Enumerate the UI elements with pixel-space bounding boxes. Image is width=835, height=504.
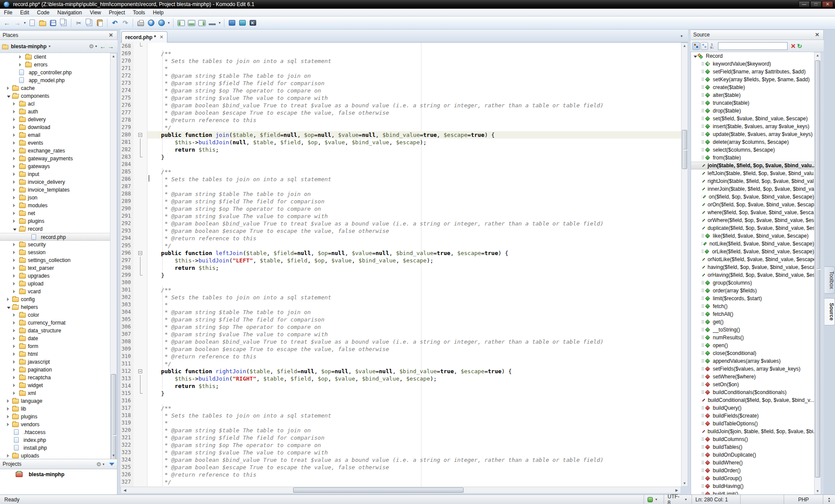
toggle-right-pane-icon[interactable]: [197, 18, 207, 28]
code-line-272[interactable]: 272 * @param string $table The table to …: [120, 72, 681, 80]
expand-icon[interactable]: [13, 384, 15, 387]
source-item-buildConditionals[interactable]: buildConditionals($conditionals): [691, 388, 814, 396]
source-item-buildJoin[interactable]: buildJoin($join, $table, $field, $op, $v…: [691, 428, 814, 435]
expand-icon[interactable]: [13, 321, 15, 325]
code-line-325[interactable]: 325 * @param boolean $escape True to esc…: [120, 464, 681, 471]
expand-icon[interactable]: [13, 290, 15, 293]
expand-icon[interactable]: [13, 368, 15, 371]
tree-item-widget[interactable]: widget: [0, 381, 117, 389]
tree-item-app_model-php[interactable]: app_model.php: [0, 76, 117, 84]
places-root-caret-icon[interactable]: ▾: [47, 44, 52, 48]
source-close-icon[interactable]: ✕: [814, 32, 821, 38]
tree-item-events[interactable]: events: [0, 139, 117, 147]
source-item-like[interactable]: like($field, $value, $bind_value, $escap…: [691, 232, 814, 240]
expand-icon[interactable]: [13, 219, 15, 223]
expand-icon[interactable]: [7, 423, 9, 426]
code-line-271[interactable]: 271 *: [120, 65, 681, 72]
source-item-rightJoin[interactable]: rightJoin($table, $field, $op, $value, $…: [691, 177, 814, 185]
print-icon[interactable]: [136, 18, 145, 28]
source-item-buildColumns[interactable]: buildColumns(): [691, 435, 814, 443]
collapse-icon[interactable]: [7, 96, 10, 98]
source-item-setOn[interactable]: setOn($on): [691, 381, 814, 388]
expand-icon[interactable]: [19, 63, 21, 66]
expand-icon[interactable]: [19, 55, 21, 59]
tree-item-vcard[interactable]: vcard: [0, 288, 117, 295]
expand-icon[interactable]: [7, 399, 9, 403]
places-gear-caret-icon[interactable]: ▾: [94, 44, 98, 48]
code-line-319[interactable]: 319 *: [120, 419, 681, 427]
source-item-setField[interactable]: setField($name, array $attributes, $add): [691, 68, 814, 76]
code-line-274[interactable]: 274 * @param string $op The operator to …: [120, 87, 681, 94]
source-item-get[interactable]: get(): [691, 318, 814, 326]
expand-icon[interactable]: [7, 454, 9, 458]
tree-item-helpers[interactable]: helpers: [0, 303, 117, 311]
tree-item-plugins[interactable]: plugins: [0, 217, 117, 225]
code-line-323[interactable]: 323 * @param string $value The value to …: [120, 449, 681, 456]
source-item-where[interactable]: where($field, $op, $value, $bind_value, …: [691, 209, 814, 216]
tree-item-email[interactable]: email: [0, 131, 117, 139]
expand-icon[interactable]: [13, 102, 15, 106]
tree-item-lib[interactable]: lib: [0, 405, 117, 413]
tree-item-auth[interactable]: auth: [0, 108, 117, 116]
side-tab-toolbox[interactable]: Toolbox: [825, 266, 835, 294]
code-line-310[interactable]: 310 * @return reference to this: [120, 353, 681, 360]
menu-view[interactable]: View: [86, 9, 105, 16]
tree-item-gateways[interactable]: gateways: [0, 162, 117, 170]
side-tab-source[interactable]: Source: [825, 298, 835, 325]
fold-margin[interactable]: [134, 249, 147, 257]
expand-icon[interactable]: [13, 204, 15, 207]
editor-vertical-scrollbar[interactable]: ▲ ▼: [681, 43, 688, 487]
places-file-tree[interactable]: clienterrorsapp_controller.phpapp_model.…: [0, 53, 117, 459]
code-line-313[interactable]: 313 $this->buildJoin("RIGHT", $table, $f…: [120, 375, 681, 382]
code-line-311[interactable]: 311 */: [120, 360, 681, 368]
tree-item-acl[interactable]: acl: [0, 100, 117, 108]
tree-item-javascript[interactable]: javascript: [0, 358, 117, 366]
language-cell[interactable]: PHP: [784, 495, 823, 504]
copy-icon[interactable]: [84, 18, 94, 28]
source-item-join[interactable]: join($table, $field, $op, $value, $bind_…: [691, 162, 814, 169]
history-caret-icon[interactable]: ▾: [23, 21, 27, 25]
collapse-icon[interactable]: [694, 56, 697, 58]
source-item-close[interactable]: close($conditional): [691, 349, 814, 357]
code-line-270[interactable]: 270 * Sets the tables to join on into a …: [120, 57, 681, 65]
code-line-318[interactable]: 318 * Sets the tables to join on into a …: [120, 412, 681, 419]
places-root-label[interactable]: blesta-minphp: [11, 43, 47, 50]
tree-item-html[interactable]: html: [0, 350, 117, 358]
source-item-buildQuery[interactable]: buildQuery(): [691, 404, 814, 412]
code-line-304[interactable]: 304 * @param string $table The table to …: [120, 308, 681, 316]
code-line-316[interactable]: 316: [120, 397, 681, 405]
source-item-orLike[interactable]: orLike($field, $value, $bind_value, $esc…: [691, 248, 814, 255]
code-line-303[interactable]: 303 *: [120, 301, 681, 308]
tree-item--htaccess[interactable]: .htaccess: [0, 428, 117, 436]
source-item-leftJoin[interactable]: leftJoin($table, $field, $op, $value, $b…: [691, 169, 814, 177]
projects-filter-icon[interactable]: [109, 463, 114, 466]
source-item-appendValues[interactable]: appendValues(array $values): [691, 357, 814, 365]
projects-list[interactable]: blesta-minphp: [0, 469, 117, 494]
code-line-298[interactable]: 298 return $this;: [120, 264, 681, 272]
sort-file-order-button[interactable]: [692, 42, 700, 50]
tree-item-upload[interactable]: upload: [0, 280, 117, 288]
places-scrollbar[interactable]: ▲ ▼: [110, 53, 117, 459]
source-item-orWhere[interactable]: orWhere($field, $op, $value, $bind_value…: [691, 216, 814, 224]
expand-icon[interactable]: [13, 172, 15, 176]
expand-icon[interactable]: [13, 118, 15, 121]
tree-item-index-php[interactable]: index.php: [0, 436, 117, 444]
encoding-cell[interactable]: UTF-8 ▾: [664, 495, 691, 504]
expand-icon[interactable]: [13, 196, 15, 199]
tree-item-settings_collection[interactable]: settings_collection: [0, 256, 117, 264]
code-line-280[interactable]: 280 public function join($table, $field=…: [120, 131, 681, 139]
macro-icon[interactable]: [227, 18, 237, 28]
tree-item-invoice_delivery[interactable]: invoice_delivery: [0, 178, 117, 186]
code-line-279[interactable]: 279 */: [120, 124, 681, 131]
source-item-create[interactable]: create($table): [691, 83, 814, 91]
tree-item-gateway_payments[interactable]: gateway_payments: [0, 155, 117, 162]
toggle-bottom-pane-icon[interactable]: [187, 18, 196, 28]
expand-icon[interactable]: [13, 188, 15, 192]
tab-record-php[interactable]: record.php * ✕: [121, 31, 167, 43]
tree-item-pagination[interactable]: pagination: [0, 366, 117, 374]
code-line-283[interactable]: 283 }: [120, 153, 681, 161]
source-item-drop[interactable]: drop($table): [691, 107, 814, 115]
toggle-left-pane-icon[interactable]: [176, 18, 186, 28]
source-item-order[interactable]: order(array $fields): [691, 287, 814, 295]
source-scrollbar[interactable]: ▲ ▼: [814, 52, 821, 494]
